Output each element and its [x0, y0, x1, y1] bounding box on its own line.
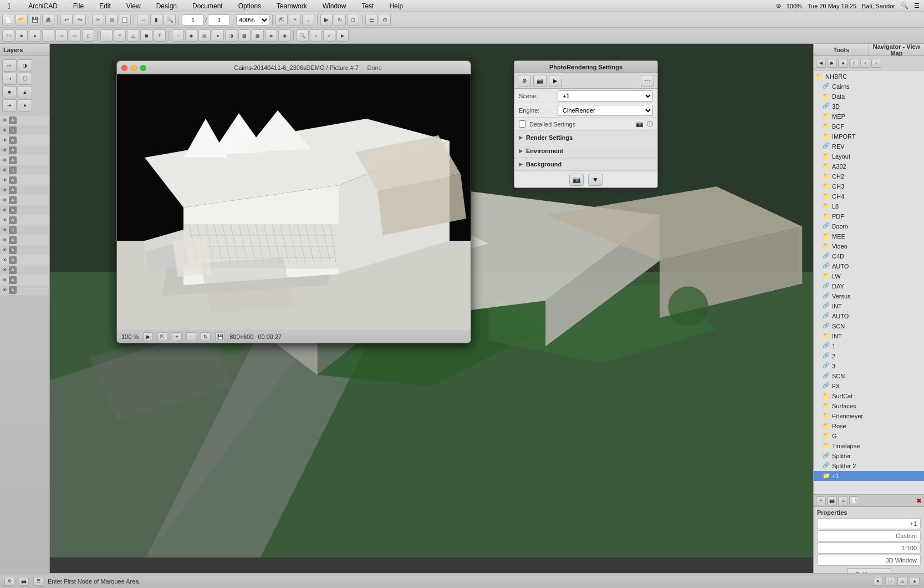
rb-btn-1[interactable]: + [816, 496, 826, 505]
detailed-settings-icon1[interactable]: 📷 [636, 120, 644, 128]
arc-btn[interactable]: ⌖ [114, 29, 126, 42]
nav-forward-btn[interactable]: ▶ [827, 59, 837, 68]
prop-row-plus1[interactable]: +1 [817, 518, 921, 529]
menu-design[interactable]: Design [153, 1, 180, 11]
layer-row[interactable]: 👁A [0, 175, 49, 185]
nav-item-splitter1[interactable]: 🔗 Splitter [814, 451, 924, 461]
roof-btn[interactable]: ▲ [29, 29, 41, 42]
nav-item-2[interactable]: 🔗 2 [814, 351, 924, 361]
detailed-settings-icon2[interactable]: ⓘ [647, 120, 653, 128]
object-btn[interactable]: ● [212, 29, 224, 42]
navigator-tab[interactable]: Navigator - View Map [869, 44, 924, 55]
nav-item-c4d[interactable]: 🔗 C4D [814, 251, 924, 261]
left-tool-6[interactable]: ▲ [18, 86, 32, 98]
nav-item-int2[interactable]: 📁 INT [814, 331, 924, 341]
nav-item-surfaces[interactable]: 📁 Surfaces [814, 401, 924, 411]
copy-btn[interactable]: ⧉ [105, 14, 118, 26]
status-btn-3[interactable]: △ [897, 577, 907, 586]
layer-row[interactable]: 👁A [0, 275, 49, 285]
wall-btn[interactable]: ☐ [2, 29, 14, 42]
save-btn[interactable]: 💾 [29, 14, 41, 26]
nav-item-auto2[interactable]: 🔗 AUTO [814, 311, 924, 321]
left-tool-1[interactable]: ⇨ [2, 59, 17, 72]
detailed-settings-check[interactable] [519, 120, 526, 128]
zoom-fit-btn[interactable]: ⇱ [275, 14, 288, 26]
close-btn[interactable] [121, 65, 127, 71]
nav-item-surfcat[interactable]: 📁 SurfCat [814, 391, 924, 401]
view3d-btn[interactable]: □ [347, 14, 359, 26]
nav-item-mee[interactable]: 📁 MEE [814, 231, 924, 241]
select-btn[interactable]: → [137, 14, 149, 26]
poly-btn[interactable]: △ [127, 29, 139, 42]
menu-archicad[interactable]: ArchiCAD [25, 1, 61, 11]
layer-eye[interactable]: 👁 [1, 217, 8, 224]
nav-item-mep[interactable]: 📁 MEP [814, 111, 924, 121]
render-quick-btn[interactable]: ▶ [336, 29, 349, 42]
nav-item-day[interactable]: 🔗 DAY [814, 281, 924, 291]
shell-btn[interactable]: ◈ [265, 29, 277, 42]
ps-view-btn[interactable]: 📷 [533, 75, 547, 87]
nav-item-3[interactable]: 🔗 3 [814, 361, 924, 371]
render-zoom-fit-btn[interactable]: ⇱ [157, 332, 167, 341]
layer-row[interactable]: 👁A [0, 155, 49, 165]
prop-row-custom[interactable]: Custom [817, 530, 921, 541]
layer-row[interactable]: 👁A [0, 205, 49, 215]
engine-select[interactable]: CineRender [558, 105, 653, 116]
nav-item-lw[interactable]: 📁 LW [814, 271, 924, 281]
nav-item-1[interactable]: 🔗 1 [814, 341, 924, 351]
nav-item-rose[interactable]: 📁 Rose [814, 421, 924, 431]
nav-item-boom[interactable]: 🔗 Boom [814, 221, 924, 231]
layer-eye[interactable]: 👁 [1, 197, 8, 204]
render-zoom-in-btn[interactable]: + [172, 332, 182, 341]
layer-eye[interactable]: 👁 [1, 127, 8, 134]
nav-item-scn2[interactable]: 🔗 SCN [814, 371, 924, 381]
zoom-out-btn[interactable]: - [302, 14, 314, 26]
menu-window[interactable]: Window [319, 1, 350, 11]
left-tool-7[interactable]: ⇥ [2, 99, 17, 111]
layer-eye[interactable]: 👁 [1, 287, 8, 293]
layer-row[interactable]: 👁S [0, 225, 49, 235]
layer-row[interactable]: 👁A [0, 255, 49, 265]
layer-eye[interactable]: 👁 [1, 117, 8, 124]
layer-eye[interactable]: 👁 [1, 277, 8, 283]
cut-btn[interactable]: ✂ [92, 14, 104, 26]
page-current-input[interactable] [182, 14, 204, 26]
nav-item-ch2[interactable]: 📁 CH2 [814, 171, 924, 181]
layer-eye[interactable]: 👁 [1, 207, 8, 214]
symbol-btn[interactable]: ◆ [185, 29, 197, 42]
mesh-btn[interactable]: ▩ [238, 29, 251, 42]
nav-expand-btn[interactable]: + [860, 59, 870, 68]
status-icon-1[interactable]: ⚙ [4, 577, 14, 586]
nav-item-3d[interactable]: 🔗 3D [814, 102, 924, 111]
window-btn[interactable]: ▯ [82, 29, 94, 42]
prop-row-scale[interactable]: 1:100 [817, 543, 921, 554]
prop-row-3dwindow[interactable]: 3D Window [817, 555, 921, 566]
ps-settings-btn[interactable]: ⚙ [518, 75, 531, 87]
layer-row[interactable]: 👁A [0, 135, 49, 145]
nav-item-int1[interactable]: 🔗 INT [814, 301, 924, 311]
nav-item-cairns[interactable]: 🔗 Cairns [814, 82, 924, 92]
layer-eye[interactable]: 👁 [1, 147, 8, 154]
line-btn[interactable]: ⎯ [100, 29, 113, 42]
nav-item-plus1[interactable]: 📁 +1 [814, 471, 924, 481]
rb-btn-2[interactable]: 📷 [827, 496, 837, 505]
nav-item-auto1[interactable]: 🔗 AUTO [814, 261, 924, 271]
column-btn[interactable]: ▱ [55, 29, 68, 42]
nav-item-data[interactable]: 📁 Data [814, 92, 924, 102]
check-btn[interactable]: ✓ [323, 29, 335, 42]
nav-item-erlenmeyer[interactable]: 📁 Erlenmeyer [814, 411, 924, 421]
ps-expand-btn[interactable]: ▶ [549, 75, 562, 87]
ps-dropdown-btn[interactable]: ▼ [588, 174, 603, 186]
menu-list-icon[interactable]: ☰ [914, 2, 920, 9]
left-tool-5[interactable]: ■ [2, 86, 17, 98]
nav-item-versus[interactable]: 🔗 Versus [814, 291, 924, 301]
nav-collapse-btn[interactable]: - [871, 59, 881, 68]
nav-item-rev[interactable]: 🔗 REV [814, 141, 924, 151]
undo-btn[interactable]: ↩ [60, 14, 73, 26]
layer-eye[interactable]: 👁 [1, 267, 8, 273]
nav-back-btn[interactable]: ◀ [816, 59, 826, 68]
nav-home-btn[interactable]: ⌂ [849, 59, 859, 68]
find-btn[interactable]: 🔍 [297, 29, 309, 42]
status-btn-4[interactable]: ▲ [910, 577, 920, 586]
menu-document[interactable]: Document [189, 1, 226, 11]
